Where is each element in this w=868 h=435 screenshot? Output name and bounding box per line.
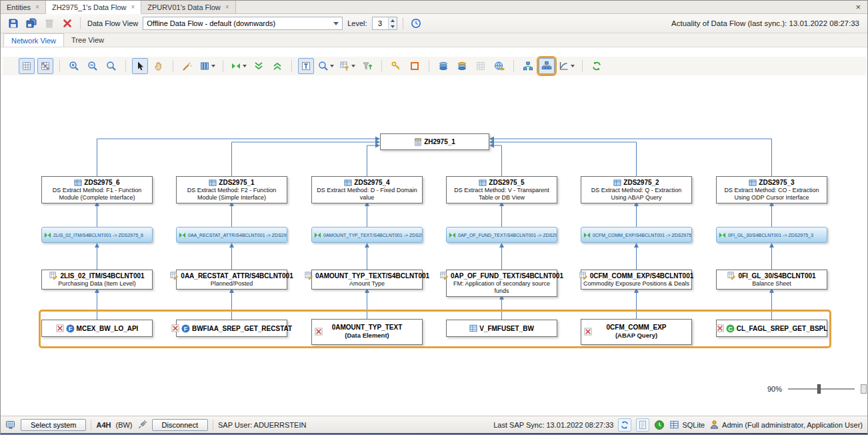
data-flow-view-select[interactable]: Offline Data Flow - default (downwards) <box>143 17 343 30</box>
expand-all-icon <box>272 61 283 71</box>
network-layout-button[interactable] <box>520 58 536 74</box>
text-tool-button[interactable] <box>298 58 314 74</box>
tab-close-icon[interactable]: × <box>131 3 135 11</box>
layers-blue-button[interactable] <box>435 58 451 74</box>
tab-close-icon[interactable]: × <box>35 3 39 11</box>
separator <box>291 60 292 72</box>
origin-node[interactable]: V_FMFUSET_BW <box>446 320 557 337</box>
node-title: ZDS2975_6 <box>84 178 119 187</box>
select-cursor-button[interactable] <box>132 58 148 74</box>
chart-style-button[interactable] <box>557 58 576 74</box>
fit-width-button[interactable] <box>229 58 248 74</box>
source-datasource-node[interactable]: 0AA_RECSTAT_ATTR/S4BCLNT001 Planned/Post… <box>176 270 287 290</box>
impact-frame-button[interactable] <box>407 58 423 74</box>
select-system-button[interactable]: Select system <box>21 419 86 431</box>
ds-node[interactable]: ZDS2975_6 DS Extract Method: F1 - Functi… <box>41 176 153 203</box>
separator <box>125 60 126 72</box>
psa-table-icon <box>579 272 588 280</box>
grid-light-button[interactable] <box>473 58 489 74</box>
remove-button[interactable] <box>60 16 75 31</box>
save-button[interactable] <box>6 16 21 31</box>
filter-up-button[interactable] <box>359 58 375 74</box>
tab-zpurv01-data-flow[interactable]: ZPURV01's Data Flow × <box>141 1 235 13</box>
zoom-slider[interactable] <box>788 388 855 390</box>
sync-clock-icon <box>411 18 421 29</box>
zoom-out-button[interactable] <box>85 58 101 74</box>
origin-node[interactable]: C CL_FAGL_SREP_GET_BSPL <box>716 320 827 337</box>
ds-node[interactable]: ZDS2975_4 DS Extract Method: D - Fixed D… <box>311 176 423 203</box>
transformation-node[interactable]: 2LIS_02_ITM/S4BCLNT001 -> ZDS2975_6 <box>41 227 153 243</box>
source-datasource-node[interactable]: 2LIS_02_ITM/S4BCLNT001 Purchasing Data (… <box>41 270 153 290</box>
datasource-icon <box>344 179 352 187</box>
datasource-icon <box>74 179 82 187</box>
collapse-all-button[interactable] <box>251 58 267 74</box>
origin-node[interactable]: F BWFIAA_SREP_GET_RECSTAT <box>176 320 287 337</box>
source-datasource-node[interactable]: 0AMOUNT_TYP_TEXT/S4BCLNT001 Amount Type <box>311 270 423 290</box>
transformation-icon <box>719 232 726 239</box>
log-button[interactable] <box>636 418 649 432</box>
current-user-label: Admin (Full administrator, Application U… <box>722 421 863 429</box>
source-datasource-node[interactable]: 0CFM_COMM_EXP/S4BCLNT001 Commodity Expos… <box>581 270 692 290</box>
snap-points-button[interactable] <box>37 58 53 74</box>
level-spinner[interactable]: 3 <box>372 17 397 30</box>
zoom-slider-end[interactable] <box>861 384 867 394</box>
tab-tree-view[interactable]: Tree View <box>64 33 111 47</box>
level-value: 3 <box>373 17 388 29</box>
transformation-node[interactable]: 0AMOUNT_TYP_TEXT/S4BCLNT001 -> ZDS2975_4 <box>311 227 423 243</box>
transformation-node[interactable]: 0CFM_COMM_EXP/S4BCLNT001 -> ZDS2975_2 <box>581 227 692 243</box>
node-title: ZDS2975_2 <box>623 178 659 187</box>
snap-grid-icon <box>21 61 32 71</box>
keys-button[interactable] <box>388 58 404 74</box>
zoom-in-button[interactable] <box>66 58 82 74</box>
node-title: ZDS2975_4 <box>354 178 389 187</box>
layout-options-button[interactable] <box>198 58 217 74</box>
separator <box>381 60 382 72</box>
snap-grid-button[interactable] <box>19 58 35 74</box>
document-tabbar: Entities × ZH2975_1's Data Flow × ZPURV0… <box>1 1 867 14</box>
grid-light-icon <box>475 61 486 71</box>
root-node[interactable]: ZH2975_1 <box>380 133 489 150</box>
clock-green-icon[interactable] <box>654 420 665 430</box>
level-up-button[interactable] <box>389 17 397 23</box>
remove-icon <box>62 18 73 29</box>
tab-network-view[interactable]: Network View <box>3 33 64 47</box>
source-datasource-node[interactable]: 0AP_OF_FUND_TEXT/S4BCLNT001 FM: Applicat… <box>446 270 557 297</box>
zoom-slider-thumb[interactable] <box>817 384 821 394</box>
transformation-node[interactable]: 0AP_OF_FUND_TEXT/S4BCLNT001 -> ZDS2975_5 <box>446 227 557 243</box>
delete-button[interactable] <box>42 16 57 31</box>
tab-entities[interactable]: Entities × <box>1 1 46 13</box>
ds-node[interactable]: ZDS2975_3 DS Extract Method: CO - Extrac… <box>716 176 827 203</box>
node-title: CL_FAGL_SREP_GET_BSPL <box>737 324 828 333</box>
origin-node[interactable]: 0CFM_COMM_EXP (ABAP Query) <box>581 319 692 345</box>
transformation-node[interactable]: 0FI_GL_30/S4BCLNT001 -> ZDS2975_3 <box>716 227 827 243</box>
ds-node[interactable]: ZDS2975_1 DS Extract Method: F2 - Functi… <box>176 176 287 203</box>
disconnect-button[interactable]: Disconnect <box>152 419 208 431</box>
pan-hand-button[interactable] <box>151 58 167 74</box>
zoom-marquee-button[interactable] <box>103 58 119 74</box>
level-down-button[interactable] <box>389 23 397 29</box>
node-description: Planned/Posted <box>178 280 285 288</box>
panel-close-icon[interactable]: × <box>849 1 867 13</box>
snap-points-icon <box>40 61 51 71</box>
sync-button[interactable] <box>618 418 631 432</box>
layers-gold-button[interactable] <box>454 58 470 74</box>
origin-node[interactable]: F MCEX_BW_LO_API <box>41 320 153 337</box>
globe-layers-button[interactable] <box>491 58 507 74</box>
ds-node[interactable]: ZDS2975_5 DS Extract Method: V - Transpa… <box>446 176 557 203</box>
save-all-button[interactable] <box>24 16 39 31</box>
node-title: 0AMOUNT_TYP_TEXT <box>332 323 403 332</box>
magic-layout-icon <box>182 61 193 71</box>
search-button[interactable] <box>317 58 335 74</box>
refresh-layout-button[interactable] <box>589 58 605 74</box>
tab-zh2975-data-flow[interactable]: ZH2975_1's Data Flow × <box>46 1 141 14</box>
transformation-node[interactable]: 0AA_RECSTAT_ATTR/S4BCLNT001 -> ZDS2975_1 <box>176 227 287 243</box>
table-filter-button[interactable] <box>338 58 357 74</box>
source-datasource-node[interactable]: 0FI_GL_30/S4BCLNT001 Balance Sheet <box>716 270 827 290</box>
magic-layout-button[interactable] <box>179 58 195 74</box>
ds-node[interactable]: ZDS2975_2 DS Extract Method: Q - Extract… <box>581 176 692 203</box>
hierarchic-layout-button[interactable] <box>539 58 555 74</box>
expand-all-button[interactable] <box>269 58 285 74</box>
origin-node[interactable]: 0AMOUNT_TYP_TEXT (Data Element) <box>311 319 423 345</box>
tab-close-icon[interactable]: × <box>225 3 229 11</box>
sync-clock-button[interactable] <box>409 16 423 31</box>
